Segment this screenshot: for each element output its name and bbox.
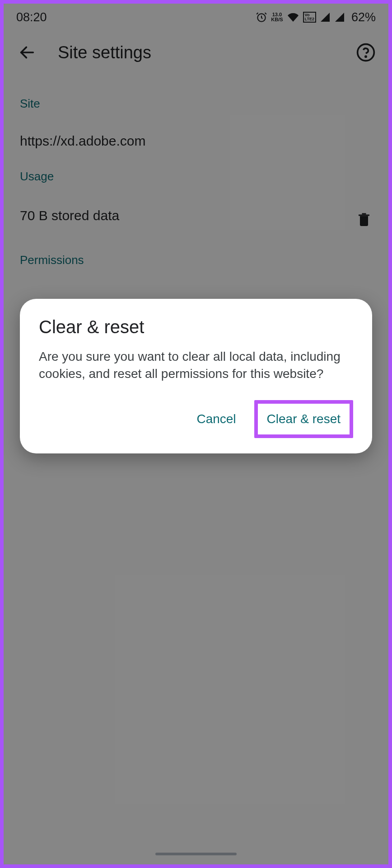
dialog-title: Clear & reset — [39, 317, 353, 337]
clear-reset-button[interactable]: Clear & reset — [254, 400, 353, 438]
clear-reset-dialog: Clear & reset Are you sure you want to c… — [20, 299, 372, 454]
home-indicator[interactable] — [155, 853, 237, 855]
screen: 08:20 13.0 KB/S Vo LTE2 — [4, 4, 388, 864]
modal-overlay[interactable]: Clear & reset Are you sure you want to c… — [4, 4, 388, 864]
dialog-actions: Cancel Clear & reset — [39, 400, 353, 438]
dialog-message: Are you sure you want to clear all local… — [39, 348, 353, 382]
cancel-button[interactable]: Cancel — [187, 406, 245, 432]
